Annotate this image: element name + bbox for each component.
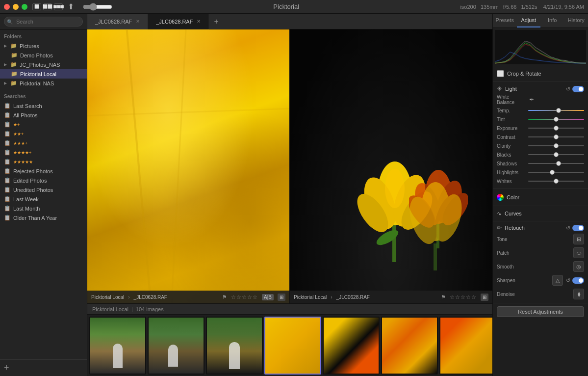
sharpen-button[interactable]: △ [552, 275, 563, 286]
shadows-slider[interactable] [528, 163, 584, 164]
light-header[interactable]: ☀ Light ↺ [493, 84, 588, 93]
clarity-row: Clarity [493, 141, 588, 150]
sidebar-item-unedited[interactable]: 📋 Unedited Photos [0, 185, 87, 194]
sidebar-item-picktorial-nas[interactable]: ▶ 📁 Picktorial NAS [0, 79, 87, 88]
sharpen-reset-icon[interactable]: ↺ [566, 277, 570, 284]
temp-slider[interactable] [528, 110, 584, 111]
tab-presets[interactable]: Presets [493, 14, 517, 27]
retouch-toggle[interactable] [572, 225, 584, 231]
ab-button[interactable]: A|B [262, 294, 274, 300]
crop-icon: ⬜ [497, 70, 504, 77]
denoise-button[interactable]: ⧫ [573, 289, 584, 299]
clarity-slider[interactable] [528, 145, 584, 146]
search-list-icon: 📋 [4, 121, 11, 128]
sidebar-item-picktorial-local[interactable]: 📁 Picktorial Local [0, 69, 87, 79]
sidebar-item-older[interactable]: 📋 Older Than A Year [0, 213, 87, 222]
shadows-row: Shadows [493, 159, 588, 168]
add-tab-button[interactable]: + [209, 17, 223, 26]
tab-1[interactable]: _JLC0628.RAF ✕ [87, 14, 148, 29]
sidebar-item-4star[interactable]: 📋 ★★★★+ [0, 148, 87, 157]
fullscreen-button[interactable] [22, 4, 27, 10]
right-panel: Presets Adjust Info History ⬜ Crop & Rot… [492, 14, 588, 376]
right-panel-tabs: Presets Adjust Info History [493, 14, 588, 28]
filmstrip-thumb-2[interactable] [148, 317, 205, 375]
contrast-slider[interactable] [528, 136, 584, 137]
sidebar-item-label: Last Month [13, 206, 40, 212]
focal-value: 135mm [481, 4, 499, 10]
left-path: Picktorial Local [91, 295, 124, 300]
split-view-btn[interactable]: ⬜⬜ [43, 3, 52, 10]
tab-adjust[interactable]: Adjust [517, 14, 541, 27]
sidebar-search-section [0, 14, 87, 30]
tab-history[interactable]: History [564, 14, 588, 27]
reset-adjustments-button[interactable]: Reset Adjustments [497, 306, 584, 317]
sidebar-item-label: Pictures [20, 43, 39, 49]
retouch-icon: ✏ [497, 224, 502, 231]
wb-label: White Balance [497, 94, 526, 105]
sidebar-item-label: Last Week [13, 196, 39, 202]
patch-button[interactable]: ⬭ [573, 247, 584, 258]
sidebar-item-rejected[interactable]: 📋 Rejected Photos [0, 166, 87, 176]
light-reset-icon[interactable]: ↺ [566, 86, 570, 92]
exposure-slider[interactable] [528, 128, 584, 129]
filmstrip-thumb-6[interactable] [381, 317, 438, 375]
sidebar-item-all-photos[interactable]: 📋 All Photos [0, 110, 87, 120]
retouch-header[interactable]: ✏ Retouch ↺ [493, 223, 588, 232]
color-header[interactable]: Color [493, 192, 588, 203]
tone-button[interactable]: ⊞ [573, 234, 584, 244]
sharpen-toggle[interactable] [572, 277, 584, 284]
white-balance-row: White Balance ✒ [493, 93, 588, 106]
filmstrip-header: Picktorial Local | 104 images [87, 304, 492, 315]
minimize-button[interactable] [13, 4, 19, 10]
whites-slider[interactable] [528, 181, 584, 182]
filmstrip-thumb-7[interactable] [439, 317, 492, 375]
tab-info[interactable]: Info [540, 14, 564, 27]
filmstrip-thumb-1[interactable] [89, 317, 146, 375]
sidebar-item-last-week[interactable]: 📋 Last Week [0, 194, 87, 204]
flag-icon-right[interactable]: ⚑ [441, 294, 446, 300]
sidebar-item-label: Demo Photos [20, 53, 53, 58]
sidebar-item-pictures[interactable]: ▶ 📁 Pictures [0, 41, 87, 51]
compare-button-right[interactable]: ⊞ [481, 294, 488, 301]
tab-2-close[interactable]: ✕ [197, 19, 201, 24]
flag-icon[interactable]: ⚑ [222, 294, 227, 300]
sidebar-item-edited[interactable]: 📋 Edited Photos [0, 176, 87, 185]
sidebar-item-demo[interactable]: 📁 Demo Photos [0, 51, 87, 60]
share-button[interactable]: ⬆ [68, 2, 74, 11]
sidebar-item-3star[interactable]: 📋 ★★★+ [0, 138, 87, 148]
folder-icon: 📁 [11, 52, 18, 58]
blacks-slider[interactable] [528, 154, 584, 155]
crop-rotate-header[interactable]: ⬜ Crop & Rotate [493, 69, 588, 78]
zoom-slider[interactable] [83, 3, 112, 11]
tab-2[interactable]: _JLC0628.RAF ✕ [148, 14, 209, 29]
multi-view-btn[interactable]: ⬜⬜⬜ [54, 3, 63, 10]
highlights-slider[interactable] [528, 172, 584, 173]
compare-button[interactable]: ⊞ [278, 294, 285, 301]
sidebar-item-last-month[interactable]: 📋 Last Month [0, 204, 87, 213]
close-button[interactable] [4, 4, 10, 10]
filmstrip-thumb-3[interactable] [206, 317, 263, 375]
window-controls: ⬜ ⬜⬜ ⬜⬜⬜ [32, 3, 63, 10]
retouch-reset-icon[interactable]: ↺ [566, 225, 570, 231]
smooth-button[interactable]: ◎ [573, 261, 584, 272]
search-list-icon: 📋 [4, 131, 11, 137]
sidebar-item-5star[interactable]: 📋 ★★★★★ [0, 157, 87, 166]
single-view-btn[interactable]: ⬜ [32, 3, 41, 10]
sidebar-item-1star[interactable]: 📋 ★+ [0, 120, 87, 129]
right-stars[interactable]: ☆☆☆☆☆ [450, 294, 477, 300]
search-input[interactable] [4, 17, 83, 27]
eyedropper-icon[interactable]: ✒ [529, 96, 534, 103]
filmstrip-thumb-4[interactable] [264, 317, 321, 375]
search-list-icon: 📋 [4, 168, 11, 174]
curves-header[interactable]: ∿ Curves [493, 209, 588, 218]
tab-1-close[interactable]: ✕ [136, 19, 140, 24]
sidebar-item-2star[interactable]: 📋 ★★+ [0, 129, 87, 138]
filmstrip-thumb-5[interactable] [323, 317, 380, 375]
left-stars[interactable]: ☆☆☆☆☆ [231, 294, 258, 300]
camera-info-bar: iso200 135mm f/5.66 1/512s 4/21/19, 9:56… [460, 4, 584, 10]
tint-slider[interactable] [528, 119, 584, 120]
sidebar-item-last-search[interactable]: 📋 Last Search [0, 101, 87, 110]
sidebar-item-jcphotos[interactable]: ▶ 📁 JC_Photos_NAS [0, 60, 87, 69]
add-folder-button[interactable]: + [0, 359, 87, 376]
light-toggle[interactable] [572, 86, 584, 92]
